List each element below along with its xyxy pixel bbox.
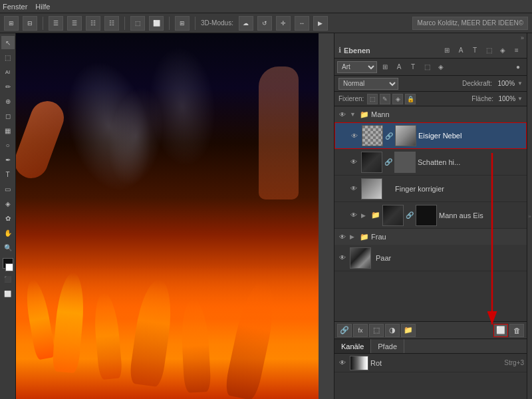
fixieren-label: Fixieren: (338, 95, 364, 102)
tool-zoom[interactable]: 🔍 (1, 241, 15, 254)
layers-icon-5[interactable]: ◈ (497, 45, 509, 57)
opacity-arrow[interactable]: ▼ (517, 80, 523, 86)
group-frau-arrow[interactable]: ▶ (350, 233, 358, 240)
layer-filter-4[interactable]: ⬚ (421, 61, 433, 73)
toolbar-3d-btn-1[interactable]: ☁ (239, 16, 253, 31)
layers-icon-3[interactable]: T (469, 45, 481, 57)
layer-mann-eis-visibility[interactable]: 👁 (348, 210, 359, 221)
toolbar-btn-5[interactable]: ☷ (86, 16, 100, 31)
tool-hand[interactable]: ✋ (1, 226, 15, 239)
layer-schatten[interactable]: 👁 🔗 Schatten hi... (334, 149, 527, 176)
menu-hilfe[interactable]: Hilfe (35, 3, 50, 11)
tool-pen[interactable]: ✒ (1, 153, 15, 166)
toolbar-btn-4[interactable]: ☰ (67, 16, 82, 31)
layers-icon-2[interactable]: A (455, 45, 467, 57)
tab-pfade[interactable]: Pfade (371, 339, 404, 353)
toolbar-btn-9[interactable]: ⊞ (175, 16, 190, 31)
tool-dodge[interactable]: ○ (1, 138, 15, 152)
tool-gradient[interactable]: ▦ (1, 124, 15, 137)
layer-finger[interactable]: 👁 Finger korrigier (334, 176, 527, 202)
tool-eraser[interactable]: ◻ (1, 109, 15, 122)
menu-fenster[interactable]: Fenster (3, 3, 27, 11)
tool-shape[interactable]: ▭ (1, 182, 15, 196)
layer-filter-toggle[interactable]: ● (512, 61, 524, 73)
toolbar-btn-1[interactable]: ⊞ (4, 16, 19, 31)
layer-paar-visibility[interactable]: 👁 (337, 253, 348, 263)
kanale-rot-thumb (350, 356, 368, 370)
group-btn[interactable]: 📁 (401, 324, 416, 337)
info-icon[interactable]: ℹ (338, 46, 341, 55)
layer-finger-visibility[interactable]: 👁 (348, 184, 359, 194)
toolbar-divider-3 (169, 17, 170, 30)
tool-type[interactable]: T (1, 168, 15, 181)
toolbar-divider-4 (195, 17, 196, 30)
tool-3d[interactable]: ◈ (1, 197, 15, 210)
toolbar-btn-8[interactable]: ⬜ (149, 16, 164, 31)
kanale-row-rot[interactable]: 👁 Rot Strg+3 (334, 354, 527, 372)
canvas-area (16, 33, 334, 399)
flache-arrow[interactable]: ▼ (517, 96, 523, 102)
layer-filter-1[interactable]: ⊞ (379, 61, 391, 73)
layer-group-frau[interactable]: 👁 ▶ 📁 Frau (334, 229, 527, 245)
tab-kanale[interactable]: Kanäle (334, 339, 371, 353)
tool-stamp[interactable]: ⊕ (1, 94, 15, 108)
toolbar-3d-btn-3[interactable]: ✛ (276, 16, 291, 31)
tool-eyedrop[interactable]: ✿ (1, 211, 15, 225)
layer-mann-eis-mask (416, 205, 437, 226)
group-mann-folder-icon: 📁 (360, 110, 369, 119)
layer-finger-name: Finger korrigier (395, 185, 524, 193)
layer-schatten-name: Schatten hi... (418, 158, 524, 166)
layer-schatten-thumb (361, 152, 382, 173)
layer-paar-thumb (350, 247, 371, 269)
kanale-rot-visibility[interactable]: 👁 (337, 358, 348, 368)
fix-btn-4[interactable]: 🔒 (405, 94, 416, 104)
link-btn[interactable]: 🔗 (337, 324, 352, 337)
layers-panel-menu[interactable]: ≡ (511, 45, 523, 57)
layer-eisiger-nebel[interactable]: 👁 🔗 Eisiger Nebel (334, 122, 527, 149)
adjustment-btn[interactable]: ◑ (385, 324, 400, 337)
group-mann-arrow[interactable]: ▼ (350, 111, 358, 118)
layer-group-mann[interactable]: 👁 ▼ 📁 Mann (334, 106, 527, 122)
layer-eisiger-visibility[interactable]: 👁 (349, 130, 360, 141)
layer-paar[interactable]: 👁 Paar (334, 245, 527, 271)
mask-btn[interactable]: ⬚ (369, 324, 384, 337)
group-mann-visibility[interactable]: 👁 (337, 109, 348, 120)
layer-schatten-visibility[interactable]: 👁 (348, 157, 359, 168)
profile-display: Marco Kolditz, MEER DER IDEEN© (412, 17, 528, 30)
toolbar-btn-3[interactable]: ☰ (49, 16, 63, 31)
toolbar-3d-btn-2[interactable]: ↺ (257, 16, 272, 31)
fix-btn-2[interactable]: ✎ (380, 94, 390, 104)
layers-search-row: Art ⊞ A T ⬚ ◈ ● (334, 59, 527, 76)
toolbar-3d-btn-4[interactable]: ↔ (295, 16, 309, 31)
layer-filter-2[interactable]: A (393, 61, 405, 73)
quick-mask[interactable]: ⬛ (1, 273, 15, 286)
layer-eisiger-mask (395, 125, 416, 146)
layer-mann-eis-arrow[interactable]: ▶ (361, 212, 369, 219)
right-collapse-bar[interactable]: » (527, 33, 532, 399)
group-frau-visibility[interactable]: 👁 (337, 231, 348, 242)
layer-type-filter[interactable]: Art (337, 61, 377, 73)
toolbar-btn-6[interactable]: ☷ (104, 16, 119, 31)
fx-btn[interactable]: fx (353, 324, 368, 337)
panel-collapse-btn[interactable]: » (334, 33, 527, 43)
new-layer-btn[interactable]: ⬜ (493, 324, 508, 337)
layer-filter-3[interactable]: T (407, 61, 419, 73)
tool-crop[interactable]: ⬚ (1, 51, 15, 64)
tool-select[interactable]: ↖ (1, 36, 15, 49)
toolbar-btn-2[interactable]: ⊟ (23, 16, 37, 31)
tool-brush[interactable]: ✏ (1, 80, 15, 93)
fix-btn-3[interactable]: ◈ (392, 94, 403, 104)
background-color[interactable] (5, 263, 13, 271)
group-mann-label: Mann (371, 110, 524, 118)
screen-mode[interactable]: ⬜ (1, 287, 15, 301)
trash-btn[interactable]: 🗑 (509, 324, 524, 337)
blend-mode-select[interactable]: Normal (338, 78, 398, 90)
layers-icon-4[interactable]: ⬚ (483, 45, 495, 57)
toolbar-3d-btn-5[interactable]: ▶ (313, 16, 328, 31)
fix-btn-1[interactable]: ⬚ (367, 94, 378, 104)
layer-filter-5[interactable]: ◈ (435, 61, 447, 73)
tool-ai[interactable]: AI (1, 65, 15, 78)
toolbar-btn-7[interactable]: ⬚ (130, 16, 145, 31)
layers-icon-1[interactable]: ⊞ (441, 45, 453, 57)
layer-mann-eis[interactable]: 👁 ▶ 📁 🔗 Mann aus Eis (334, 202, 527, 229)
